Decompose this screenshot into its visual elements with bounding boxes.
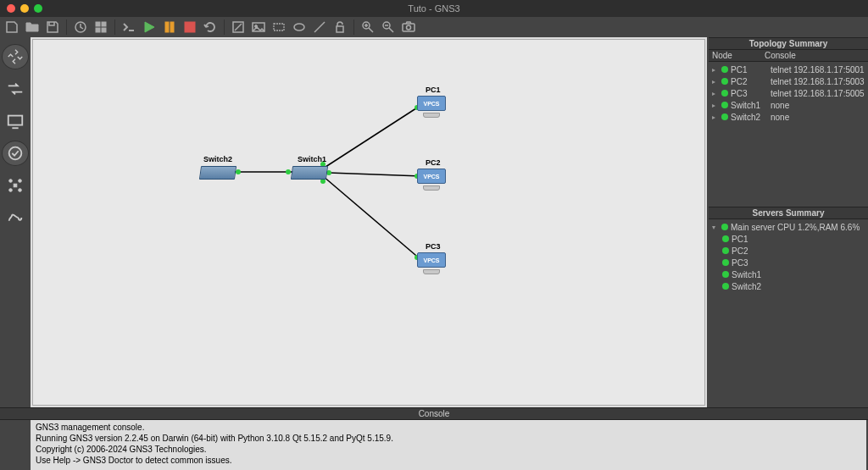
status-icon (722, 247, 729, 254)
svg-line-27 (329, 173, 421, 176)
console-button[interactable] (120, 19, 137, 36)
status-icon (722, 259, 729, 266)
topology-summary-panel: Topology Summary Node Console ▸PC1telnet… (709, 37, 868, 207)
svg-rect-7 (185, 22, 195, 32)
svg-point-30 (286, 169, 291, 174)
node-label-pc2[interactable]: PC2 (426, 158, 441, 167)
svg-rect-5 (165, 22, 169, 32)
routers-button[interactable] (2, 44, 29, 69)
status-icon (721, 78, 728, 85)
show-hide-interfaces-button[interactable] (92, 19, 109, 36)
topology-summary-header: Node Console (709, 50, 868, 62)
svg-rect-13 (337, 26, 343, 32)
separator (224, 19, 225, 35)
snapshot-button[interactable] (72, 19, 89, 36)
security-devices-button[interactable] (2, 141, 29, 166)
servers-summary-panel: Servers Summary ▾Main server CPU 1.2%,RA… (709, 207, 868, 407)
node-label-pc3[interactable]: PC3 (426, 242, 441, 251)
open-project-button[interactable] (24, 19, 41, 36)
server-row[interactable]: PC1 (710, 233, 866, 245)
servers-summary-title: Servers Summary (709, 207, 868, 219)
annotation-button[interactable] (230, 19, 247, 36)
insert-picture-button[interactable] (250, 19, 267, 36)
node-pc3[interactable]: VPCS (417, 252, 446, 276)
svg-point-23 (19, 189, 22, 192)
status-icon (721, 113, 728, 120)
topology-row[interactable]: ▸PC3telnet 192.168.1.17:5005 (710, 87, 866, 99)
svg-rect-4 (102, 28, 106, 32)
stop-button[interactable] (181, 19, 198, 36)
console-line: Copyright (c) 2006-2024 GNS3 Technologie… (36, 444, 861, 455)
new-project-button[interactable] (3, 19, 20, 36)
svg-rect-3 (96, 28, 100, 32)
vpcs-icon: VPCS (417, 169, 446, 184)
pause-button[interactable] (161, 19, 178, 36)
screenshot-button[interactable] (400, 19, 417, 36)
server-row[interactable]: Switch2 (710, 280, 866, 292)
svg-rect-2 (102, 22, 106, 26)
add-link-button[interactable] (2, 205, 29, 230)
zoom-in-button[interactable] (359, 19, 376, 36)
node-pc2[interactable]: VPCS (417, 169, 446, 192)
topology-summary-title: Topology Summary (709, 38, 868, 50)
lock-button[interactable] (331, 19, 348, 36)
servers-summary-body: ▾Main server CPU 1.2%,RAM 6.6% PC1 PC2 P… (709, 219, 868, 407)
svg-rect-24 (14, 184, 17, 187)
server-row[interactable]: PC3 (710, 257, 866, 268)
node-pc1[interactable]: VPCS (417, 96, 446, 119)
node-switch1[interactable] (291, 166, 328, 180)
toolbar (0, 17, 868, 37)
console-title: Console (0, 407, 868, 420)
svg-point-19 (9, 147, 22, 160)
reload-button[interactable] (202, 19, 219, 36)
draw-rectangle-button[interactable] (270, 19, 287, 36)
console-line: Running GNS3 version 2.2.45 on Darwin (6… (36, 433, 861, 444)
all-devices-button[interactable] (2, 173, 29, 198)
draw-ellipse-button[interactable] (291, 19, 308, 36)
titlebar: Tuto - GNS3 (0, 0, 868, 17)
separator (353, 19, 354, 35)
console-panel: Console GNS3 management console. Running… (0, 407, 868, 470)
status-icon (722, 235, 729, 242)
status-icon (721, 66, 728, 73)
zoom-out-button[interactable] (380, 19, 397, 36)
svg-rect-6 (170, 22, 174, 32)
svg-point-20 (9, 180, 13, 183)
col-header-node: Node (709, 50, 761, 61)
node-label-pc1[interactable]: PC1 (426, 86, 441, 94)
col-header-console: Console (761, 50, 868, 61)
status-icon (721, 90, 728, 97)
canvas-links (32, 39, 705, 406)
draw-line-button[interactable] (311, 19, 328, 36)
console-line: GNS3 management console. (36, 422, 861, 433)
topology-summary-body: ▸PC1telnet 192.168.1.17:5001 ▸PC2telnet … (709, 62, 868, 207)
node-label-switch2[interactable]: Switch2 (203, 155, 232, 163)
topology-row[interactable]: ▸Switch1none (710, 99, 866, 111)
node-label-switch1[interactable]: Switch1 (298, 155, 326, 163)
svg-rect-18 (8, 116, 23, 125)
start-button[interactable] (141, 19, 158, 36)
topology-row[interactable]: ▸Switch2none (710, 111, 866, 123)
server-row-main[interactable]: ▾Main server CPU 1.2%,RAM 6.6% (710, 221, 866, 233)
status-icon (722, 271, 729, 278)
svg-point-22 (9, 189, 13, 192)
svg-line-26 (323, 105, 421, 169)
server-row[interactable]: Switch1 (710, 268, 866, 280)
topology-row[interactable]: ▸PC1telnet 192.168.1.17:5001 (710, 64, 866, 75)
separator (66, 19, 67, 35)
save-project-button[interactable] (44, 19, 61, 36)
server-row[interactable]: PC2 (710, 245, 866, 257)
topology-row[interactable]: ▸PC2telnet 192.168.1.17:5003 (710, 75, 866, 87)
end-devices-button[interactable] (2, 108, 29, 134)
switches-button[interactable] (2, 76, 29, 102)
node-switch2[interactable] (199, 166, 236, 180)
status-icon (721, 224, 728, 230)
vpcs-icon: VPCS (417, 252, 446, 268)
svg-point-12 (294, 24, 304, 30)
svg-rect-11 (274, 24, 284, 30)
device-palette (0, 37, 31, 407)
svg-point-29 (236, 169, 241, 174)
topology-canvas[interactable]: PC1 VPCS PC2 VPCS PC3 VPCS Switch1 Switc… (31, 37, 707, 407)
console-output[interactable]: GNS3 management console. Running GNS3 ve… (31, 420, 866, 470)
window-title: Tuto - GNS3 (0, 3, 868, 14)
